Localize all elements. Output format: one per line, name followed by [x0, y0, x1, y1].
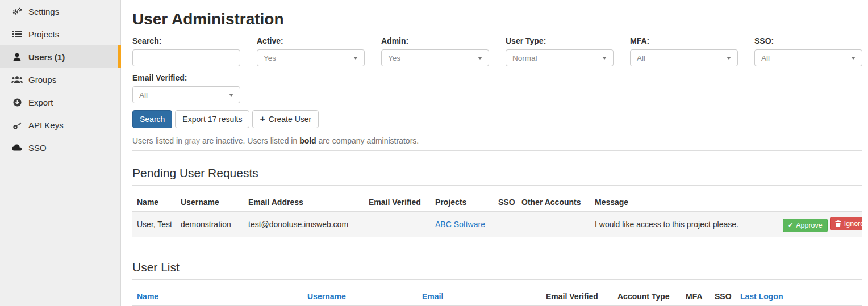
filter-email-verified: Email Verified: All [132, 73, 240, 103]
sidebar-item-label: Groups [28, 75, 56, 85]
sidebar-item-export[interactable]: Export [0, 91, 120, 114]
note-text: Users listed in [132, 136, 185, 145]
sidebar-item-label: Projects [28, 30, 59, 39]
sidebar-item-label: SSO [28, 143, 47, 153]
chevron-down-icon [478, 57, 482, 60]
sso-label: SSO: [754, 36, 862, 45]
pending-col-name: Name [132, 193, 176, 212]
create-user-label: Create User [269, 115, 311, 123]
user-list-header-row: Name Username Email Email Verified Accou… [132, 287, 862, 306]
chevron-down-icon [229, 94, 233, 97]
legend-note: Users listed in gray are inactive. Users… [132, 136, 862, 145]
active-select[interactable]: Yes [257, 49, 365, 66]
pending-cell-username: demonstration [176, 212, 244, 237]
filter-sso: SSO: All [754, 36, 862, 66]
search-label: Search: [132, 36, 240, 45]
pending-col-message: Message [590, 193, 778, 212]
admin-select-value: Yes [388, 54, 400, 62]
main-content: User Administration Search: Active: Yes … [122, 0, 868, 306]
admin-label: Admin: [381, 36, 489, 45]
action-buttons: Search Export 17 results + Create User [132, 110, 862, 128]
export-results-button[interactable]: Export 17 results [175, 110, 249, 128]
search-button[interactable]: Search [132, 110, 172, 128]
sidebar-item-groups[interactable]: Groups [0, 68, 120, 91]
user-type-select[interactable]: Normal [506, 49, 614, 66]
chevron-down-icon [602, 57, 607, 60]
key-icon [11, 121, 23, 129]
check-icon: ✔ [788, 221, 793, 229]
pending-cell-sso [494, 212, 517, 237]
admin-select[interactable]: Yes [381, 49, 489, 66]
mfa-label: MFA: [630, 36, 738, 45]
email-verified-select-value: All [139, 91, 148, 99]
user-icon [11, 53, 23, 61]
mfa-select-value: All [637, 54, 645, 62]
pending-cell-actions: ✔ Approve Ignore [778, 212, 862, 237]
pending-cell-email: test@donotuse.imsweb.com [244, 212, 364, 237]
approve-button[interactable]: ✔ Approve [783, 219, 828, 232]
chevron-down-icon [353, 57, 358, 60]
pending-cell-email-verified [364, 212, 431, 237]
users-icon [11, 76, 23, 83]
divider [132, 150, 862, 151]
filter-user-type: User Type: Normal [506, 36, 614, 66]
project-link[interactable]: ABC Software [435, 220, 485, 229]
download-circle-icon [11, 98, 23, 107]
pending-request-row: User, Test demonstration test@donotuse.i… [132, 212, 862, 237]
sso-select[interactable]: All [754, 49, 862, 66]
chevron-down-icon [727, 57, 731, 60]
user-list-col-sso: SSO [710, 287, 736, 306]
filter-admin: Admin: Yes [381, 36, 489, 66]
sidebar-item-label: Export [28, 98, 53, 107]
user-list-heading: User List [132, 261, 862, 280]
filter-form: Search: Active: Yes Admin: Yes User Type… [132, 36, 862, 103]
sidebar-item-label: API Keys [28, 120, 64, 130]
pending-cell-message: I would like access to this project plea… [590, 212, 778, 237]
gears-icon [11, 7, 23, 16]
pending-col-actions [778, 193, 862, 212]
sidebar-item-projects[interactable]: Projects [0, 23, 120, 45]
sort-email-link[interactable]: Email [422, 292, 443, 301]
user-type-label: User Type: [506, 36, 614, 45]
user-list-table: Name Username Email Email Verified Accou… [132, 287, 862, 306]
user-list-col-account-type: Account Type [613, 287, 681, 306]
note-bold-word: bold [299, 136, 316, 145]
sidebar-item-users[interactable]: Users (1) [0, 45, 120, 68]
filter-active: Active: Yes [257, 36, 365, 66]
pending-requests-table: Name Username Email Address Email Verifi… [132, 193, 862, 237]
user-type-select-value: Normal [512, 54, 537, 62]
note-gray-word: gray [185, 136, 200, 145]
user-list-col-email-verified: Email Verified [541, 287, 613, 306]
ignore-button[interactable]: Ignore [830, 217, 862, 230]
plus-icon: + [260, 116, 265, 122]
sidebar-item-label: Users (1) [28, 52, 65, 62]
search-input[interactable] [132, 49, 240, 66]
sidebar-item-sso[interactable]: SSO [0, 136, 120, 159]
ignore-label: Ignore [844, 220, 862, 228]
note-text: are inactive. Users listed in [200, 136, 299, 145]
pending-col-other-accounts: Other Accounts [517, 193, 590, 212]
email-verified-select[interactable]: All [132, 86, 240, 103]
active-select-value: Yes [264, 54, 276, 62]
user-list-col-mfa: MFA [681, 287, 710, 306]
cloud-icon [11, 144, 23, 151]
pending-col-username: Username [176, 193, 244, 212]
sort-last-logon-link[interactable]: Last Logon [740, 292, 783, 301]
sidebar: Settings Projects Users (1) Gr [0, 0, 121, 306]
note-text: are company administrators. [316, 136, 419, 145]
sort-name-link[interactable]: Name [137, 292, 158, 301]
email-verified-label: Email Verified: [132, 73, 240, 82]
sort-username-link[interactable]: Username [307, 292, 346, 301]
sidebar-item-api-keys[interactable]: API Keys [0, 114, 120, 136]
sidebar-item-label: Settings [28, 7, 59, 16]
sso-select-value: All [761, 54, 770, 62]
pending-col-projects: Projects [431, 193, 494, 212]
filter-mfa: MFA: All [630, 36, 738, 66]
pending-col-email-verified: Email Verified [364, 193, 431, 212]
sidebar-item-settings[interactable]: Settings [0, 0, 120, 23]
active-accent-bar [118, 45, 121, 68]
create-user-button[interactable]: + Create User [252, 110, 319, 128]
mfa-select[interactable]: All [630, 49, 738, 66]
pending-col-sso: SSO [494, 193, 517, 212]
filter-search: Search: [132, 36, 240, 66]
